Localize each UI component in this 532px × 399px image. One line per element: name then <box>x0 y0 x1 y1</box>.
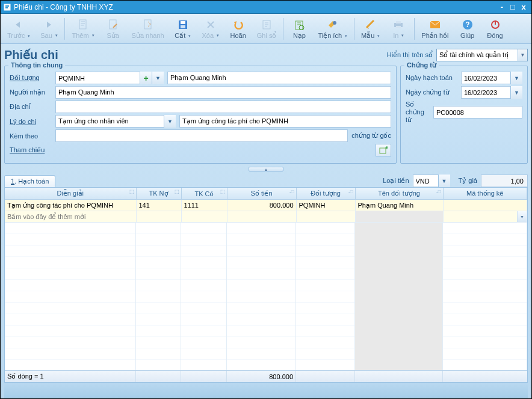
pin-icon[interactable]: ⬚ <box>220 189 225 194</box>
object-label[interactable]: Đối tượng <box>10 74 52 82</box>
currency-label: Loại tiền <box>383 177 409 185</box>
new-row[interactable]: Bấm vào đây để thêm mới ▼ <box>5 211 527 223</box>
attach-input[interactable] <box>55 129 348 142</box>
toolbar: Trước▾ Sau▾ Thêm▾ Sửa Sửa nhanh Cất▾ Xóa… <box>1 14 531 44</box>
printer-icon <box>392 18 404 31</box>
rate-label: Tỷ giá <box>459 177 477 185</box>
reason-select[interactable] <box>55 115 176 128</box>
pin-icon[interactable]: ⬚ <box>175 189 179 194</box>
grid: Diễn giải⬚ TK Nợ⬚ TK Có⬚ Số tiền-□ Đối t… <box>4 187 528 383</box>
print-button[interactable]: In▾ <box>385 16 412 41</box>
col-amount[interactable]: Số tiền-□ <box>227 188 296 200</box>
maximize-button[interactable]: □ <box>507 3 518 11</box>
prev-button[interactable]: Trước▾ <box>3 16 34 42</box>
next-button[interactable]: Sau▾ <box>36 16 62 41</box>
receiver-input[interactable] <box>55 86 391 99</box>
add-object-button[interactable]: + <box>140 72 152 84</box>
new-row-text[interactable]: Bấm vào đây để thêm mới <box>5 211 136 223</box>
edit-button[interactable]: Sửa <box>100 16 126 42</box>
col-debit[interactable]: TK Nợ⬚ <box>136 188 181 200</box>
group-info: Thông tin chung Đối tượng + ▼ Người nhận <box>4 66 397 164</box>
reason-dropdown-button[interactable]: ▼ <box>164 115 176 128</box>
chevron-down-icon: ▾ <box>377 34 380 39</box>
post-icon <box>261 18 273 31</box>
load-button[interactable]: Nạp <box>286 16 312 42</box>
object-dropdown-button[interactable]: ▼ <box>152 72 164 84</box>
reason-label[interactable]: Lý do chi <box>10 118 52 125</box>
footer-count: Số dòng = 1 <box>5 371 136 382</box>
vou-date-dropdown[interactable]: ▼ <box>510 86 522 99</box>
col-stat[interactable]: Mã thống kê <box>443 188 527 200</box>
reason-text-input[interactable] <box>179 115 391 128</box>
app-icon <box>3 3 11 11</box>
chevron-down-icon: ▾ <box>188 34 191 39</box>
object-name-input[interactable] <box>167 72 391 84</box>
footer-total: 800.000 <box>227 371 296 382</box>
separator <box>354 18 354 40</box>
pin-icon[interactable]: -□ <box>436 189 441 194</box>
receiver-label: Người nhận <box>10 88 52 96</box>
vou-no-input[interactable] <box>433 106 522 119</box>
quickedit-button[interactable]: Sửa nhanh <box>128 16 169 42</box>
grid-header-row: Diễn giải⬚ TK Nợ⬚ TK Có⬚ Số tiền-□ Đối t… <box>5 188 527 200</box>
col-desc[interactable]: Diễn giải⬚ <box>5 188 136 200</box>
utilities-button[interactable]: Tiện ích▾ <box>314 16 351 42</box>
document-icon <box>77 18 89 31</box>
reference-label[interactable]: Tham chiếu <box>10 146 52 154</box>
svg-rect-13 <box>396 26 401 28</box>
reference-button[interactable]: + <box>376 144 391 156</box>
vou-no-label: Số chứng từ <box>406 101 430 124</box>
close-button[interactable]: x <box>518 3 529 11</box>
grid-empty-area <box>5 223 527 370</box>
show-on-select[interactable]: Sổ tài chính và quản trị ▼ <box>436 49 528 61</box>
grid-table: Diễn giải⬚ TK Nợ⬚ TK Có⬚ Số tiền-□ Đối t… <box>5 188 527 223</box>
group-voucher: Chứng từ Ngày hạch toán ▼ Ngày chứng từ … <box>400 66 528 164</box>
post-button[interactable]: Ghi sổ <box>253 16 281 42</box>
arrow-left-icon <box>13 18 25 31</box>
svg-rect-2 <box>110 20 116 29</box>
chevron-down-icon[interactable]: ▼ <box>518 49 527 61</box>
cell-object[interactable]: PQMINH <box>296 200 355 211</box>
help-button[interactable]: ? Giúp <box>454 16 481 41</box>
pin-icon[interactable]: ⬚ <box>129 189 134 194</box>
template-button[interactable]: Mẫu▾ <box>357 16 384 42</box>
chevron-down-icon: ▾ <box>345 34 347 39</box>
address-input[interactable] <box>55 101 391 113</box>
feedback-button[interactable]: Phản hồi <box>417 16 453 42</box>
pin-icon[interactable]: -□ <box>348 189 353 194</box>
separator <box>283 18 283 40</box>
vou-date-label: Ngày chứng từ <box>406 88 457 96</box>
cell-object-name[interactable]: Phạm Quang Minh <box>355 200 443 211</box>
col-object-name[interactable]: Tên đối tượng-□ <box>355 188 443 200</box>
cell-amount[interactable]: 800.000 <box>227 200 296 211</box>
table-row[interactable]: Tạm ứng công tác phí cho PQMINH 141 1111… <box>5 200 527 211</box>
group-row: Thông tin chung Đối tượng + ▼ Người nhận <box>4 66 528 164</box>
header-row: Phiếu chi Hiển thị trên sổ Sổ tài chính … <box>4 44 528 66</box>
undo-button[interactable]: Hoãn <box>225 16 252 41</box>
gear-icon <box>327 18 339 31</box>
cell-stat[interactable] <box>443 200 527 211</box>
group-voucher-legend: Chứng từ <box>404 61 439 69</box>
cell-desc[interactable]: Tạm ứng công tác phí cho PQMINH <box>5 200 136 211</box>
pin-icon[interactable]: -□ <box>289 189 294 194</box>
save-button[interactable]: Cất▾ <box>170 16 196 42</box>
row-dropdown[interactable]: ▼ <box>517 211 527 222</box>
svg-rect-6 <box>181 25 185 28</box>
delete-button[interactable]: Xóa▾ <box>197 16 224 41</box>
svg-text:+: + <box>385 146 388 151</box>
separator <box>414 18 415 40</box>
tab-journal[interactable]: 11. Hạch toán. Hạch toán <box>4 175 55 187</box>
attach-label: Kèm theo <box>10 132 52 140</box>
refresh-icon <box>293 18 305 31</box>
splitter-grip[interactable]: ▲ <box>4 166 528 172</box>
acc-date-dropdown[interactable]: ▼ <box>510 72 522 84</box>
cell-debit[interactable]: 141 <box>136 200 181 211</box>
minimize-button[interactable]: - <box>496 3 507 11</box>
col-object[interactable]: Đối tượng-□ <box>296 188 355 200</box>
close-tool-button[interactable]: Đóng <box>482 16 509 41</box>
col-credit[interactable]: TK Có⬚ <box>181 188 227 200</box>
cell-credit[interactable]: 1111 <box>181 200 227 211</box>
currency-dropdown[interactable]: ▼ <box>438 175 450 187</box>
separator <box>64 18 65 40</box>
add-button[interactable]: Thêm▾ <box>67 16 98 41</box>
